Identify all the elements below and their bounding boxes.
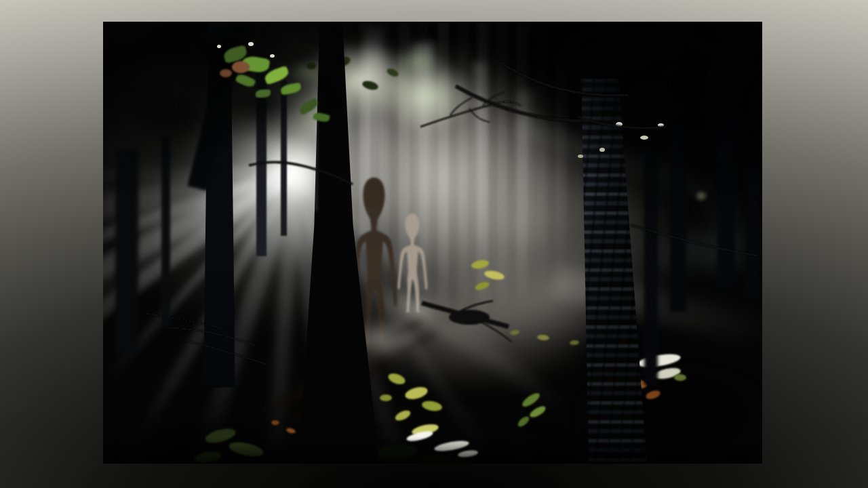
- alien-forest-photo: [103, 22, 762, 464]
- left-twig-2: [184, 340, 266, 364]
- branch-across-sun: [249, 162, 353, 184]
- left-twig-1: [167, 328, 256, 346]
- branches-layer: [103, 22, 762, 464]
- photo-bottom-vignette: [103, 436, 762, 464]
- branch-right-diagonal: [631, 225, 757, 256]
- dark-stump: [449, 310, 490, 325]
- bare-twig-branch: [420, 103, 498, 127]
- left-twig-3: [144, 313, 222, 328]
- desktop-background: { "scene": { "type": "photo", "descripti…: [0, 0, 868, 488]
- canopy-branch-right-2: [500, 62, 629, 96]
